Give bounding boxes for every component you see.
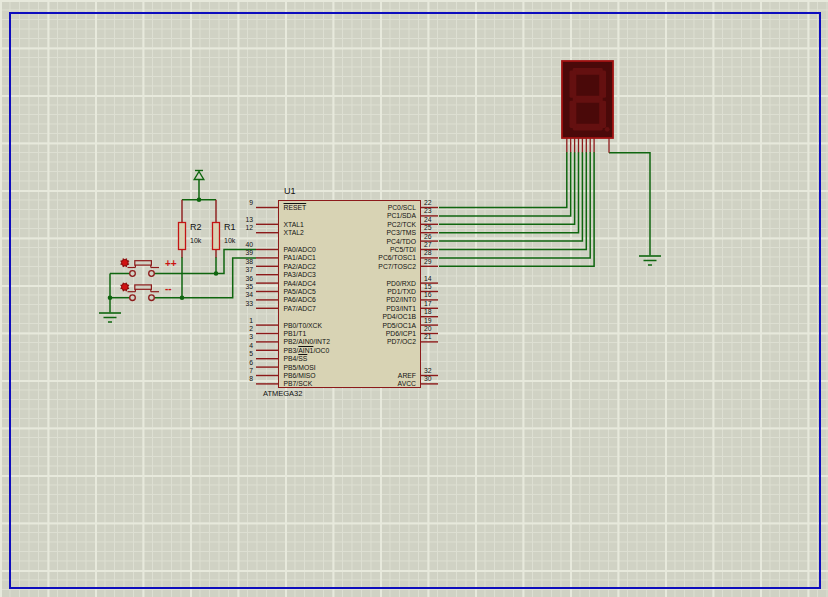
resistor-r1[interactable] (213, 223, 220, 250)
pin-label: AVCC (299, 379, 416, 388)
pin-label: PC7/TOSC2 (299, 262, 416, 271)
display-segment (573, 124, 603, 131)
pin-number-21: 21 (424, 332, 448, 341)
pin-number-30: 30 (424, 374, 448, 383)
display-decimal-point (605, 127, 610, 132)
resistor-r2[interactable] (179, 223, 186, 250)
wire[interactable] (439, 152, 567, 208)
push-button-increment[interactable] (135, 261, 152, 265)
wire[interactable] (609, 153, 650, 256)
wire[interactable] (439, 152, 579, 233)
chip-value-label: ATMEGA32 (263, 389, 302, 398)
display-segment (599, 71, 606, 98)
display-segment (573, 68, 603, 75)
junction-dot (197, 197, 202, 202)
display-segment (599, 101, 606, 128)
junction-dot (214, 271, 219, 276)
display-segment (573, 96, 603, 103)
pin-number-12: 12 (229, 223, 253, 232)
push-button-increment[interactable] (130, 271, 136, 277)
pin-number-29: 29 (424, 257, 448, 266)
push-button-decrement[interactable] (130, 295, 136, 301)
push-button-increment[interactable] (149, 271, 155, 277)
resistor-r2-ref: R2 (190, 222, 202, 232)
schematic-canvas[interactable]: U1 ATMEGA32 R2 10k R1 10k ++ -- 9RESET13… (0, 0, 828, 597)
pin-number-9: 9 (229, 198, 253, 207)
button-decrement-label: -- (165, 283, 172, 294)
wire[interactable] (439, 152, 582, 241)
display-segment (570, 71, 577, 98)
resistor-r2-value: 10k (190, 237, 201, 244)
pin-label: PD7/OC2 (299, 337, 416, 346)
button-actuator-icon[interactable] (122, 284, 129, 291)
power-symbol[interactable] (194, 172, 204, 180)
pin-number-33: 33 (229, 299, 253, 308)
wire[interactable] (439, 152, 586, 250)
button-increment-label: ++ (165, 258, 177, 269)
junction-dot (108, 295, 113, 300)
display-segment (570, 101, 577, 128)
wire[interactable] (439, 152, 575, 224)
junction-dot (180, 295, 185, 300)
push-button-decrement[interactable] (135, 285, 152, 289)
chip-ref-label: U1 (284, 186, 296, 196)
wire[interactable] (439, 152, 571, 216)
push-button-decrement[interactable] (149, 295, 155, 301)
pin-number-8: 8 (229, 374, 253, 383)
button-actuator-icon[interactable] (122, 259, 129, 266)
